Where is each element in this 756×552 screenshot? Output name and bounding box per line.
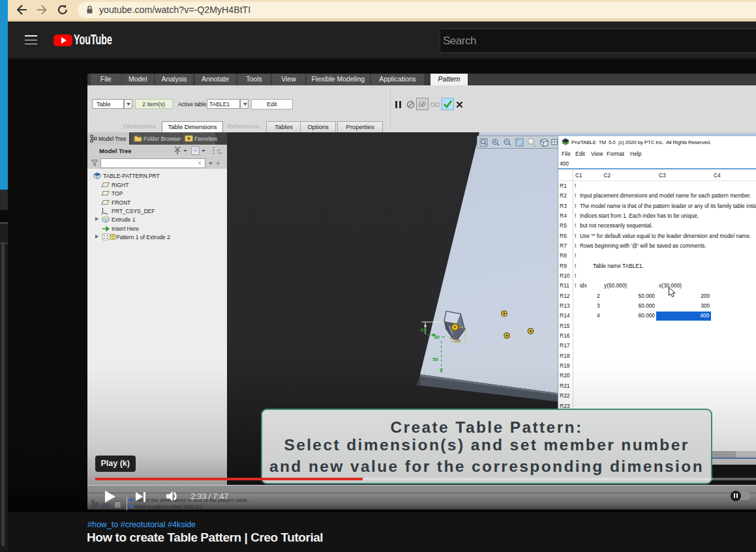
svg-text:60: 60 xyxy=(421,327,427,333)
svg-text:50: 50 xyxy=(432,356,438,362)
svg-text:YouTube: YouTube xyxy=(74,33,112,48)
svg-text:20: 20 xyxy=(455,338,460,343)
